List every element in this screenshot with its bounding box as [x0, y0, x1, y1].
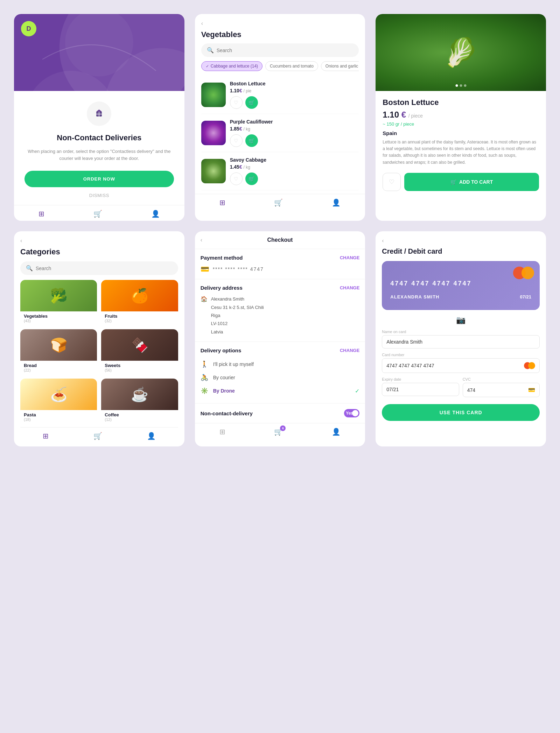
card-credit-debit: ‹ Credit / Debit card 4747 4747 4747 474… [376, 231, 546, 446]
credit-card-visual: 4747 4747 4747 4747 ALEXANDRA SMITH 07/2… [382, 261, 540, 310]
camera-icon[interactable]: 📷 [382, 316, 540, 325]
checkout-header: ‹ Checkout [195, 231, 365, 249]
wishlist-button-cabbage[interactable]: ♡ [230, 172, 243, 185]
cvc-label: CVC [463, 377, 540, 381]
product-actions: ♡ 🛒 ADD TO CART [383, 173, 539, 191]
nav-profile-4[interactable]: 👤 [147, 432, 156, 440]
card-number-value: 4747 4747 4747 4747 [386, 363, 524, 368]
dot-3[interactable] [464, 84, 466, 87]
delivery-self-label: I'll pick it up myself [213, 361, 360, 367]
nav-home-icon[interactable]: ⊞ [38, 210, 44, 218]
filter-chips: Cabbage and lettuce (14) Cucumbers and t… [201, 61, 359, 72]
vegetables-title: Vegetables [201, 30, 359, 39]
card-number-group: Card number 4747 4747 4747 4747 [382, 353, 540, 373]
categories-search[interactable]: 🔍 [20, 261, 178, 275]
product-description: Lettuce is an annual plant of the daisy … [383, 139, 539, 166]
categories-search-input[interactable] [36, 266, 173, 271]
card-categories: ‹ Categories 🔍 🥦 Vegetables (43) 🍊 Fruit… [14, 231, 184, 446]
non-contact-toggle[interactable]: Yes [344, 409, 359, 417]
delivery-icon [87, 101, 111, 126]
dismiss-button[interactable]: DISMISS [89, 193, 109, 198]
product-item-cabbage: Savoy Cabbage 1.45€ / kg ♡ 🛒 [201, 152, 359, 190]
product-detail-price: 1.10 € / piece [383, 110, 539, 120]
checkout-back-icon[interactable]: ‹ [201, 237, 202, 243]
category-sweets[interactable]: 🍫 Sweets (56) [101, 329, 178, 374]
wishlist-button-boston[interactable]: ♡ [230, 96, 243, 109]
card1-description: When placing an order, select the option… [24, 148, 174, 163]
category-sweets-image: 🍫 [101, 329, 178, 361]
search-bar[interactable]: 🔍 [201, 43, 359, 57]
add-cart-button-cabbage[interactable]: 🛒 [245, 172, 258, 185]
nav-cart-icon-2[interactable]: 🛒 [274, 198, 283, 207]
name-on-card-group: Name on card Alexandra Smith [382, 330, 540, 348]
category-veg-name: Vegetables [24, 313, 93, 319]
address-postal: LV-1012 [211, 319, 264, 327]
category-coffee[interactable]: ☕ Coffee (12) [101, 379, 178, 424]
nav-profile-5[interactable]: 👤 [332, 428, 341, 436]
address-text: Alexandra Smith Cesu 31 k-2 5.st, SIA Ch… [211, 295, 264, 336]
nav-grid-icon[interactable]: ⊞ [219, 198, 225, 207]
cvc-card-icon: 💳 [528, 387, 535, 393]
category-pasta-image: 🍝 [20, 379, 97, 410]
product-info-boston: Boston Lettuce 1.10€ / pie ♡ 🛒 [230, 81, 359, 109]
delivery-option-drone[interactable]: ✳️ By Drone ✓ [201, 384, 360, 397]
dot-2[interactable] [460, 84, 462, 87]
payment-change-button[interactable]: CHANGE [340, 255, 359, 260]
add-cart-button-boston[interactable]: 🛒 [245, 96, 258, 109]
back-arrow-icon[interactable]: ‹ [201, 20, 359, 27]
cvc-input[interactable]: 474 💳 [463, 383, 540, 397]
nav-grid-5[interactable]: ⊞ [219, 428, 225, 436]
credit-card-expiry-display: 07/21 [520, 294, 531, 299]
wishlist-button-detail[interactable]: ♡ [383, 173, 401, 191]
nav-cart-icon[interactable]: 🛒 [93, 210, 102, 218]
chip-cucumbers[interactable]: Cucumbers and tomato [265, 61, 318, 71]
category-bread[interactable]: 🍞 Bread (22) [20, 329, 97, 374]
expiry-input[interactable]: 07/21 [382, 383, 459, 396]
expiry-label: Expiry date [382, 377, 459, 381]
wishlist-button-cauliflower[interactable]: ♡ [230, 134, 243, 147]
bike-icon: 🚴 [201, 374, 209, 381]
nav-cart-4[interactable]: 🛒 [93, 432, 102, 440]
address-change-button[interactable]: CHANGE [340, 285, 359, 290]
masked-card-number: **** **** **** 4747 [213, 266, 264, 272]
product-info-cabbage: Savoy Cabbage 1.45€ / kg ♡ 🛒 [230, 157, 359, 185]
delivery-option-self[interactable]: 🚶 I'll pick it up myself [201, 358, 360, 371]
non-contact-section: Non-contact-delivery Yes [195, 403, 365, 423]
category-veg-count: (43) [24, 319, 93, 323]
delivery-address-title: Delivery address [201, 285, 243, 291]
bottom-nav-4: ⊞ 🛒 👤 [20, 427, 178, 440]
nav-profile-icon[interactable]: 👤 [151, 210, 160, 218]
delivery-options-section: Delivery options CHANGE 🚶 I'll pick it u… [195, 342, 365, 403]
category-bread-image: 🍞 [20, 329, 97, 361]
expiry-cvc-row: Expiry date 07/21 CVC 474 💳 [382, 377, 540, 401]
add-cart-button-cauliflower[interactable]: 🛒 [245, 134, 258, 147]
use-this-card-button[interactable]: USE THIS CARD [382, 404, 540, 421]
category-vegetables[interactable]: 🥦 Vegetables (43) [20, 280, 97, 325]
nav-grid-4[interactable]: ⊞ [43, 432, 49, 440]
category-fruits[interactable]: 🍊 Fruits (32) [101, 280, 178, 325]
delivery-option-courier[interactable]: 🚴 By courier [201, 371, 360, 384]
payment-row: 💳 **** **** **** 4747 [201, 265, 360, 273]
credit-back-icon[interactable]: ‹ [382, 238, 540, 244]
card1-title: Non-Contact Deliveries [57, 133, 141, 143]
back-arrow-categories[interactable]: ‹ [20, 238, 178, 244]
address-name: Alexandra Smith [211, 295, 264, 303]
chip-cabbage-lettuce[interactable]: Cabbage and lettuce (14) [201, 61, 262, 71]
dot-1[interactable] [455, 84, 458, 87]
chip-onions[interactable]: Onions and garlic (8) [321, 61, 359, 71]
nav-cart-5[interactable]: 🛒 6 [274, 428, 283, 436]
cart-badge: 6 [280, 425, 286, 431]
delivery-change-button[interactable]: CHANGE [340, 348, 359, 353]
bottom-nav: ⊞ 🛒 👤 [14, 205, 184, 221]
order-now-button[interactable]: ORDER NOW [24, 171, 174, 187]
add-to-cart-button[interactable]: 🛒 ADD TO CART [404, 173, 539, 191]
product-name-cauliflower: Purple Cauliflower [230, 119, 359, 125]
category-pasta[interactable]: 🍝 Pasta (18) [20, 379, 97, 424]
card-number-input[interactable]: 4747 4747 4747 4747 [382, 358, 540, 373]
search-input[interactable] [217, 48, 354, 53]
product-price-boston: 1.10€ / pie [230, 88, 359, 93]
expiry-value: 07/21 [386, 387, 399, 392]
mastercard-logo [513, 267, 534, 279]
nav-profile-icon-2[interactable]: 👤 [332, 198, 341, 207]
name-input[interactable]: Alexandra Smith [382, 335, 540, 348]
